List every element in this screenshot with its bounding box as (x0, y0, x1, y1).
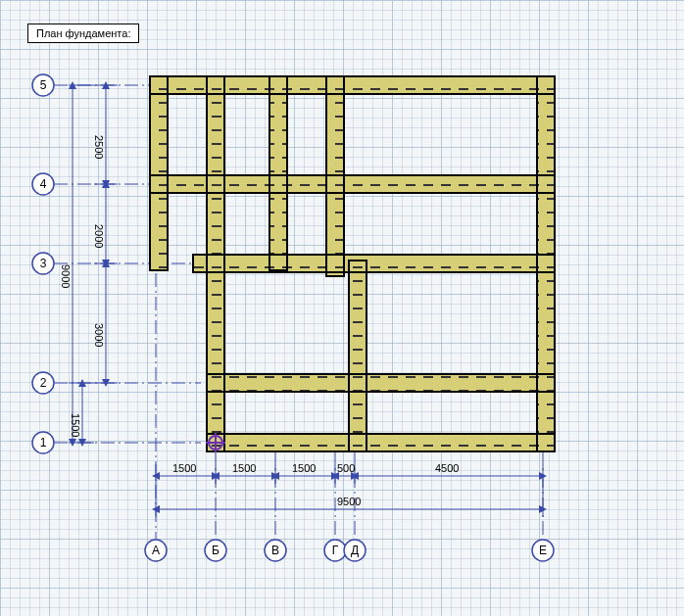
dim-5-4: 2500 (93, 135, 105, 159)
dim-G-D: 500 (337, 462, 355, 474)
axis-y-4: 4 (40, 177, 47, 191)
axis-y-5: 5 (40, 78, 47, 92)
axis-y-2: 2 (40, 376, 47, 390)
svg-rect-20 (269, 76, 287, 270)
dim-4-3: 2000 (93, 224, 105, 248)
foundation-walls (150, 76, 555, 451)
svg-rect-16 (207, 374, 555, 392)
dim-B-V: 1500 (232, 462, 256, 474)
axis-x-A: А (152, 544, 160, 557)
dim-y-total: 9000 (60, 264, 72, 288)
axis-y-3: 3 (40, 257, 47, 270)
axis-y-1: 1 (40, 436, 47, 450)
axis-bubbles-x: А Б В Г Д Е (145, 540, 554, 561)
axis-x-B: Б (212, 544, 220, 557)
dim-2-1: 1500 (70, 413, 81, 437)
axis-x-D: Д (351, 544, 359, 557)
foundation-plan-canvas: 2500 2000 3000 1500 9000 1500 1500 1500 … (0, 0, 684, 616)
axis-bubbles-y: 5 4 3 2 1 (32, 74, 54, 453)
svg-rect-23 (537, 76, 555, 451)
svg-rect-19 (207, 76, 224, 451)
svg-rect-18 (150, 76, 168, 270)
axis-x-E: Е (539, 544, 547, 557)
svg-rect-17 (207, 434, 555, 451)
dim-V-G: 1500 (292, 462, 316, 474)
dim-x-total: 9500 (337, 496, 361, 507)
axis-x-V: В (271, 544, 279, 557)
dim-A-B: 1500 (172, 462, 196, 474)
svg-rect-15 (193, 255, 555, 272)
svg-rect-22 (349, 261, 366, 451)
dim-D-E: 4500 (435, 462, 459, 474)
dim-3-2: 3000 (93, 323, 105, 347)
axis-x-G: Г (332, 544, 339, 557)
